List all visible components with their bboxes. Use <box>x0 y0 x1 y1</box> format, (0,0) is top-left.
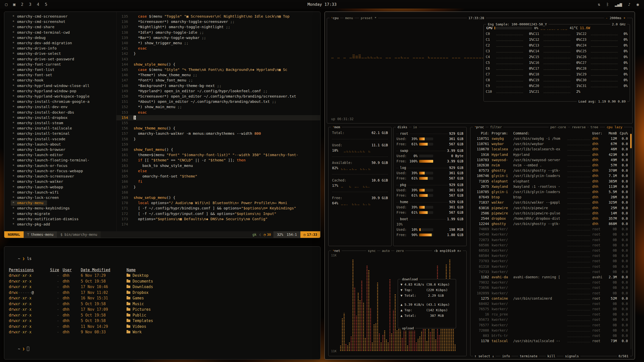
proc-row[interactable]: 81310kworker/root0B0.0 <box>473 264 630 269</box>
code-line[interactable]: 153 esac <box>116 110 320 115</box>
interval-control[interactable]: - 2000ms + <box>604 15 627 21</box>
proc-row[interactable]: 74869kworker/root0B0.0 <box>473 227 630 232</box>
proc-row[interactable]: 803btrfs-trroot0B0.0 <box>473 333 630 338</box>
code-line[interactable]: 163 back_to show_style_menu <box>116 163 320 168</box>
file-item[interactable]: *omarchy-cmd-screensaver <box>11 14 116 19</box>
code-line[interactable]: 138 *Idle*) omarchy-toggle-idle ;; <box>116 30 320 35</box>
file-item[interactable]: *omarchy-launch-walker <box>11 179 116 184</box>
code-line[interactable]: 173 options="$options\n▦ Defaults\n◆ DNS… <box>116 216 320 222</box>
dir-name[interactable]: Downloads <box>127 284 316 290</box>
file-item[interactable]: *omarchy-lock-screen <box>11 195 116 200</box>
file-item[interactable]: *omarchy-font-current <box>11 62 116 67</box>
workspace-4[interactable]: 4 <box>37 2 39 7</box>
file-item[interactable]: *omarchy-debug <box>11 35 116 40</box>
code-line[interactable]: 140 *) show_trigger_menu ;; <box>116 40 320 46</box>
file-item[interactable]: *omarchy-install-vscode <box>11 137 116 142</box>
proc-row[interactable]: 68402kworker/root0B0.0 <box>473 301 630 306</box>
percore-toggle[interactable]: per-core <box>549 124 568 130</box>
file-item[interactable]: *omarchy-install-docker-dbs <box>11 110 116 115</box>
proc-row[interactable]: 87573ghostty/usr/bin/ghostty --gtk-dhh37… <box>473 168 630 173</box>
code-line[interactable]: 135 case $(menu "Toggle" "▣ Screensaver\… <box>116 14 320 19</box>
code-line[interactable]: 156show_theme_menu() { <box>116 126 320 131</box>
code-line[interactable]: 158} <box>116 137 320 142</box>
io-tab[interactable]: io <box>412 124 419 130</box>
file-item[interactable]: *omarchy-install-dev-env <box>11 104 116 110</box>
select-control[interactable]: ↑ select ↓ <box>473 353 496 359</box>
code-line[interactable]: 154} <box>116 115 320 120</box>
proc-row[interactable]: 16rcu_preeroot0B0.0 <box>473 312 630 317</box>
code-line[interactable]: 148 *Background*) omarchy-theme-bg-next … <box>116 83 320 88</box>
proc-row[interactable]: 94540kworker/root0B0.0 <box>473 232 630 237</box>
mem-box-title[interactable]: ²mem <box>331 124 342 130</box>
file-item[interactable]: *omarchy-launch-or-focus-webapp <box>11 168 116 174</box>
workspace-2[interactable]: 2 <box>21 2 23 7</box>
code-line[interactable]: 144show_style_menu() { <box>116 62 320 67</box>
code-line[interactable]: 157 omarchy-launch-walker -m menus:omarc… <box>116 131 320 136</box>
proc-row[interactable]: 76575kworker/root0B0.0 <box>473 306 630 312</box>
code-line[interactable]: 149 *Hyprland*) open_in_editor ~/.config… <box>116 88 320 94</box>
file-item[interactable]: *omarchy-install-dropbox <box>11 115 116 120</box>
proc-row[interactable]: 74733kworker/root0B0.0 <box>473 269 630 275</box>
proc-row[interactable]: 79032kworker/root0B0.0 <box>473 280 630 285</box>
file-item[interactable]: *omarchy-launch-webapp <box>11 185 116 190</box>
file-item[interactable]: *omarchy-launch-floating-terminal- <box>11 158 116 163</box>
signals-button[interactable]: signals <box>564 353 580 359</box>
file-item[interactable]: *omarchy-install-tailscale <box>11 126 116 131</box>
proc-row[interactable]: 76577kworker/root0B0.0 <box>473 323 630 328</box>
code-line[interactable]: 162 if [[ "$theme" == "CNCLD" || -z "$th… <box>116 158 320 163</box>
workspace-5[interactable]: 5 <box>45 2 47 7</box>
code-line[interactable]: 171 [ -f ~/.config/hypr/bindings.conf ] … <box>116 206 320 211</box>
code-line[interactable]: 164 else <box>116 168 320 174</box>
terminal-window[interactable]: ~ ❯ ls PermissionsSizeUserDate ModifiedN… <box>4 246 320 359</box>
file-item[interactable]: *omarchy-drive-select <box>11 51 116 56</box>
proc-row[interactable]: 68586kworker/root0B0.0 <box>473 243 630 248</box>
file-item[interactable]: *omarchy-hook <box>11 78 116 83</box>
tree-toggle[interactable]: tree <box>589 124 600 130</box>
proc-header-Command[interactable]: Command: <box>513 131 592 136</box>
dir-name[interactable]: Music <box>127 301 316 307</box>
file-item[interactable]: *omarchy-launch-wifi <box>11 190 116 195</box>
net-sync-toggle[interactable]: sync <box>366 248 377 253</box>
info-button[interactable]: info <box>501 353 511 359</box>
dir-name[interactable]: Games <box>127 295 316 301</box>
menu-button[interactable]: menu <box>344 15 354 21</box>
file-item[interactable]: *omarchy-font-list <box>11 67 116 72</box>
code-editor[interactable]: 135 case $(menu "Toggle" "▣ Screensaver\… <box>116 12 320 231</box>
proc-row[interactable]: 71837walker/usr/bin/walker --gappldhh325… <box>473 200 630 205</box>
bluetooth-icon[interactable]: ᛒ <box>606 2 609 7</box>
code-line[interactable]: 170 local options="♪ Audio\n◍ Wifi\nᛒ Bl… <box>116 200 320 206</box>
code-line[interactable]: 159 <box>116 142 320 147</box>
dir-name[interactable]: Documents <box>127 279 316 284</box>
dir-name[interactable]: Desktop <box>127 273 316 279</box>
code-line[interactable]: 174 <box>116 222 320 227</box>
proc-row[interactable]: 73703kworker/root0B0.0 <box>473 258 630 264</box>
code-line[interactable]: 165 omarchy-font-set "$theme" <box>116 174 320 179</box>
proc-row[interactable]: 110670localsea/usr/lib/localsearch-exdhh… <box>473 147 630 152</box>
file-item[interactable]: *omarchy-install-terminal <box>11 131 116 136</box>
code-line[interactable]: 142} <box>116 51 320 56</box>
cpu-box-title[interactable]: ¹cpu <box>330 15 340 21</box>
proc-header-Cpu%[interactable]: Cpu% <box>617 131 628 136</box>
kill-button[interactable]: kill <box>546 353 557 359</box>
proc-row[interactable]: 110761waybar/usr/bin/waybardhh67M0.0 <box>473 141 630 147</box>
proc-row[interactable]: 2544dropbox/home/dhh/.dropbox-distdhh357… <box>473 216 630 221</box>
proc-scroll-thumb[interactable] <box>630 134 632 148</box>
code-line[interactable]: 172 [ -f ~/.config/hypr/input.conf ] && … <box>116 211 320 216</box>
code-line[interactable]: 141 esac <box>116 46 320 51</box>
code-line[interactable]: 169show_setup_menu() { <box>116 195 320 200</box>
net-zero-toggle[interactable]: zero <box>394 248 405 253</box>
code-line[interactable]: 143 <box>116 57 320 62</box>
file-item[interactable]: *omarchy-menu <box>11 200 47 206</box>
code-line[interactable]: 139 *Bar*) omarchy-toggle-waybar ;; <box>116 35 320 40</box>
proc-row[interactable]: 110785glycin-i/usr/lib/glycin-loadersdhh… <box>473 189 630 195</box>
proc-row[interactable]: 102099kworker/root0B0.0 <box>473 290 630 296</box>
code-line[interactable]: 150 *Screensaver*) open_in_editor ~/.con… <box>116 94 320 99</box>
file-item[interactable]: *omarchy-cmd-screenshot <box>11 19 116 24</box>
proc-row[interactable]: 72073kworker/root0B0.0 <box>473 237 630 243</box>
code-line[interactable]: 137 *Nightlight*) omarchy-toggle-nightli… <box>116 24 320 30</box>
signal-icon[interactable]: ▂▄▆ <box>615 2 622 7</box>
code-line[interactable]: 155 <box>116 120 320 126</box>
net-auto-toggle[interactable]: auto <box>380 248 391 253</box>
proc-row[interactable]: 68584kworker/root0B0.0 <box>473 253 630 258</box>
workspace-icon-filled[interactable]: ▣ <box>13 2 16 7</box>
